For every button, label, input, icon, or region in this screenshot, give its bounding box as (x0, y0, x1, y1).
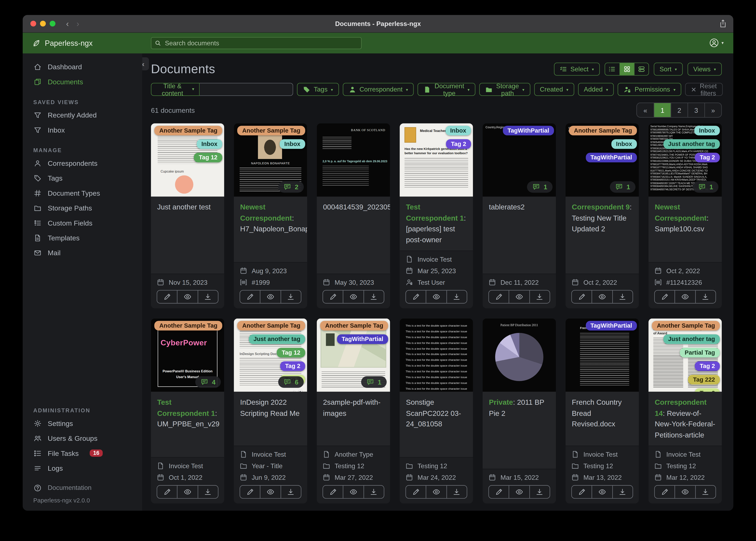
tag-just-another-tag[interactable]: Just another tag (663, 139, 720, 149)
tag-inbox[interactable]: Inbox (611, 139, 637, 149)
edit-document-button[interactable] (406, 290, 426, 303)
edit-document-button[interactable] (655, 290, 675, 303)
comments-badge[interactable]: 1 (610, 181, 636, 193)
document-thumbnail[interactable]: Adobe Acrobat PDF FilesCupcake ipsumAnot… (151, 123, 224, 197)
sidebar-item-file-tasks[interactable]: File Tasks16 (23, 445, 142, 460)
sidebar-item-users-groups[interactable]: Users & Groups (23, 431, 142, 445)
download-document-button[interactable] (612, 486, 633, 498)
document-thumbnail[interactable]: Review of Arbitral Awards shows swift Re… (649, 318, 722, 392)
document-title[interactable]: French Country Bread Revised.docx (566, 392, 639, 446)
comments-badge[interactable]: 2 (278, 181, 304, 193)
tag-inbox[interactable]: Inbox (280, 139, 305, 149)
document-thumbnail[interactable]: Patient BP Distribution 2011 (483, 318, 556, 392)
download-document-button[interactable] (280, 290, 301, 303)
download-document-button[interactable] (363, 290, 384, 303)
sidebar-item-dashboard[interactable]: Dashboard (23, 59, 142, 74)
tag-another-sample-tag[interactable]: Another Sample Tag (155, 321, 222, 330)
document-title[interactable]: 2sample-pdf-with-images (317, 392, 390, 446)
edit-document-button[interactable] (240, 486, 260, 498)
app-brand[interactable]: Paperless-ngx (32, 39, 93, 47)
pagination-page-1[interactable]: 1 (654, 103, 671, 117)
tag-inbox[interactable]: Inbox (694, 126, 720, 136)
edit-document-button[interactable] (323, 290, 343, 303)
sidebar-item-templates[interactable]: Templates (23, 230, 142, 245)
back-icon[interactable]: ‹ (66, 20, 69, 28)
tag-tag-222[interactable]: Tag 222 (688, 375, 720, 384)
tag-tagwithpartial[interactable]: TagWithPartial (337, 334, 388, 344)
document-card[interactable]: InDesign Scripting DocumentationAnother … (234, 318, 307, 503)
document-thumbnail[interactable]: one,1.0 five,5.0Another Sample TagInboxT… (566, 123, 639, 197)
document-card[interactable]: French Country BreadTagWithPartialFrench… (566, 318, 639, 503)
select-button[interactable]: Select▾ (554, 63, 600, 76)
view-cards-button[interactable] (634, 63, 649, 75)
document-thumbnail[interactable]: Francja pod rNAPOLEON BONAPARTEAnother S… (234, 123, 307, 197)
tag-partial-tag[interactable]: Partial Tag (680, 348, 720, 357)
tag-tagwithpartial[interactable]: TagWithPartial (586, 153, 637, 163)
download-document-button[interactable] (363, 486, 384, 498)
tag-inbox[interactable]: Inbox (197, 139, 222, 149)
document-correspondent[interactable]: Private (489, 398, 513, 406)
download-document-button[interactable] (446, 486, 467, 498)
tag-tagwithpartial[interactable]: TagWithPartial (503, 126, 554, 136)
tag-another-sample-tag[interactable]: Another Sample Tag (237, 126, 305, 136)
view-document-button[interactable] (592, 290, 612, 303)
edit-document-button[interactable] (406, 486, 426, 498)
download-document-button[interactable] (529, 486, 550, 498)
edit-document-button[interactable] (489, 486, 509, 498)
document-card[interactable]: Francja pod rNAPOLEON BONAPARTEAnother S… (234, 123, 307, 308)
pagination-last-button[interactable]: » (704, 103, 721, 117)
minimize-window-button[interactable] (40, 21, 46, 26)
edit-document-button[interactable] (157, 486, 177, 498)
document-title[interactable]: Test Correspondent 1: [paperless] test p… (400, 197, 473, 251)
document-correspondent[interactable]: Newest Correspondent (655, 203, 706, 222)
document-thumbnail[interactable]: Another Sample TagTagWithPartial1 (317, 318, 390, 392)
pagination-page-2[interactable]: 2 (671, 103, 687, 117)
filter-storage-path-button[interactable]: Storage path▾ (479, 83, 530, 96)
sidebar-item-custom-fields[interactable]: Custom Fields (23, 216, 142, 230)
document-thumbnail[interactable]: BANK OF SCOTLAND2,0 % p. a. auf Ihr Tage… (317, 123, 390, 197)
document-title[interactable]: Correspondent 14: Review-of-New-York-Fed… (649, 392, 722, 446)
view-document-button[interactable] (675, 486, 695, 498)
close-window-button[interactable] (30, 21, 36, 26)
download-document-button[interactable] (197, 486, 218, 498)
download-document-button[interactable] (612, 290, 633, 303)
view-document-button[interactable] (592, 486, 612, 498)
document-card[interactable]: Another Sample TagTagWithPartial12sample… (317, 318, 390, 503)
document-title[interactable]: 0004814539_20230531 (317, 197, 390, 273)
edit-document-button[interactable] (572, 486, 592, 498)
document-card[interactable]: Medical TeacherHas the new Kirkpatrick g… (400, 123, 473, 308)
view-document-button[interactable] (177, 290, 197, 303)
view-document-button[interactable] (426, 290, 446, 303)
document-title[interactable]: tablerates2 (483, 197, 556, 273)
document-title[interactable]: Sonstige ScanPC2022 03-24_081058 (400, 392, 473, 457)
tag-tag-2[interactable]: Tag 2 (695, 361, 720, 371)
edit-document-button[interactable] (157, 290, 177, 303)
view-document-button[interactable] (509, 486, 529, 498)
document-thumbnail[interactable]: Country,Region/State,TagWithPartial1 (483, 123, 556, 197)
download-document-button[interactable] (695, 486, 716, 498)
reset-filters-button[interactable]: ✕ Reset filters (685, 83, 723, 96)
sidebar-item-logs[interactable]: Logs (23, 461, 142, 475)
tag-another-sample-tag[interactable]: Another Sample Tag (320, 321, 388, 330)
sort-button[interactable]: Sort▾ (654, 63, 683, 76)
view-document-button[interactable] (343, 486, 363, 498)
document-card[interactable]: CyberPowerPowerPanel® Business EditionUs… (151, 318, 224, 503)
edit-document-button[interactable] (240, 290, 260, 303)
document-card[interactable]: Patient BP Distribution 2011Private: 201… (483, 318, 556, 503)
download-document-button[interactable] (695, 290, 716, 303)
sidebar-item-tags[interactable]: Tags (23, 171, 142, 185)
user-menu[interactable]: ▾ (709, 38, 724, 48)
pagination-first-button[interactable]: « (637, 103, 654, 117)
filter-created-button[interactable]: Created▾ (534, 83, 574, 96)
document-thumbnail[interactable]: CyberPowerPowerPanel® Business EditionUs… (151, 318, 224, 392)
tag-another-sample-tag[interactable]: Another Sample Tag (237, 321, 305, 330)
tag-tag-3[interactable]: Tag 3 (695, 388, 720, 391)
search-input[interactable] (151, 37, 361, 49)
sidebar-item-documents[interactable]: Documents (23, 74, 142, 89)
document-title[interactable]: Correspondent 9: Testing New Title Updat… (566, 197, 639, 273)
document-correspondent[interactable]: Test Correspondent 1 (157, 398, 215, 417)
download-document-button[interactable] (197, 290, 218, 303)
tag-tag-12[interactable]: Tag 12 (194, 153, 222, 163)
document-card[interactable]: Serial Number,Company Name,Employee Mark… (649, 123, 722, 308)
tag-another-sample-tag[interactable]: Another Sample Tag (652, 321, 720, 330)
